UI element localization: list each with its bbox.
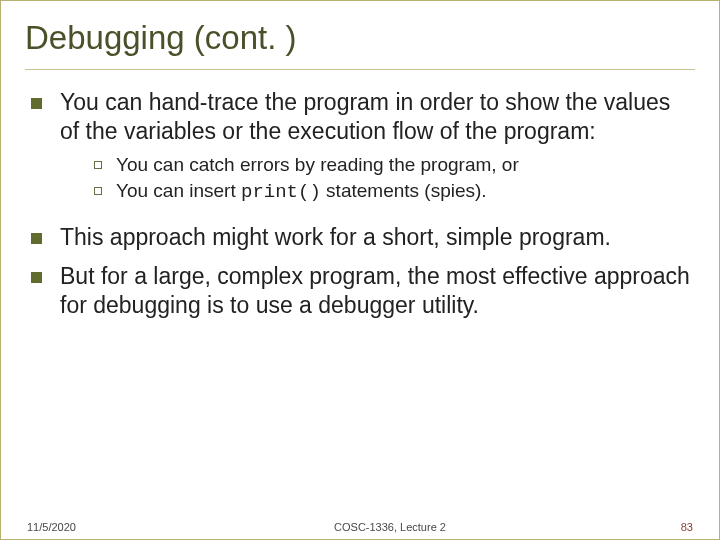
- sub-bullet-list: You can catch errors by reading the prog…: [60, 153, 695, 205]
- footer-course: COSC-1336, Lecture 2: [147, 521, 633, 533]
- list-item: This approach might work for a short, si…: [25, 223, 695, 252]
- slide-footer: 11/5/2020 COSC-1336, Lecture 2 83: [25, 517, 695, 535]
- square-bullet-icon: [31, 98, 42, 109]
- list-item: You can insert print() statements (spies…: [60, 179, 695, 204]
- bullet-text-wrap: You can hand-trace the program in order …: [60, 88, 695, 213]
- hollow-square-bullet-icon: [94, 187, 102, 195]
- bullet-list: You can hand-trace the program in order …: [25, 88, 695, 321]
- sub-bullet-text: You can insert print() statements (spies…: [116, 179, 487, 204]
- footer-date: 11/5/2020: [27, 521, 147, 533]
- slide-content: You can hand-trace the program in order …: [25, 88, 695, 517]
- footer-page-number: 83: [633, 521, 693, 533]
- bullet-text: But for a large, complex program, the mo…: [60, 262, 695, 321]
- bullet-text: This approach might work for a short, si…: [60, 223, 611, 252]
- list-item: But for a large, complex program, the mo…: [25, 262, 695, 321]
- sub-bullet-text: You can catch errors by reading the prog…: [116, 153, 519, 177]
- code-fragment: print(): [241, 181, 321, 203]
- list-item: You can hand-trace the program in order …: [25, 88, 695, 213]
- slide-title: Debugging (cont. ): [25, 11, 695, 70]
- hollow-square-bullet-icon: [94, 161, 102, 169]
- slide: Debugging (cont. ) You can hand-trace th…: [0, 0, 720, 540]
- list-item: You can catch errors by reading the prog…: [60, 153, 695, 177]
- bullet-text: You can hand-trace the program in order …: [60, 89, 670, 144]
- text-fragment: statements (spies).: [321, 180, 487, 201]
- text-fragment: You can insert: [116, 180, 241, 201]
- square-bullet-icon: [31, 272, 42, 283]
- square-bullet-icon: [31, 233, 42, 244]
